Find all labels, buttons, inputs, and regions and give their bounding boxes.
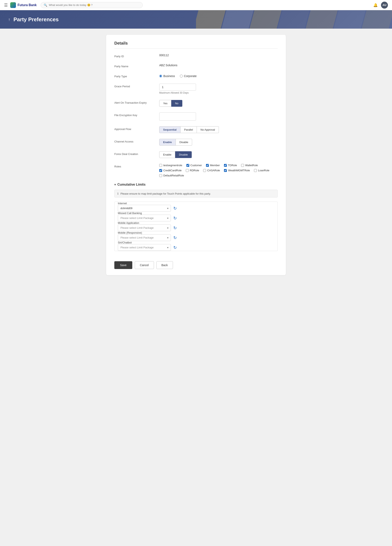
role-checkbox-casarole[interactable] [203, 169, 206, 172]
channel-disable-button[interactable]: Disable [176, 139, 192, 146]
limit-row-label: Mobile Application [118, 221, 159, 224]
radio-corporate[interactable]: Corporate [180, 74, 197, 78]
limit-row-select: Please select Limit Package▼↻ [118, 215, 274, 221]
role-label-loanrole: LoanRole [258, 169, 270, 172]
approval-flow-label: Approval Flow [114, 126, 159, 131]
refresh-icon[interactable]: ↻ [172, 205, 178, 212]
limit-row: Siri/ChatbotPlease select Limit Package▼… [118, 241, 274, 251]
details-card: Details Party ID 000112 Party Name ABZ S… [106, 35, 286, 275]
refresh-icon[interactable]: ↻ [172, 234, 178, 241]
file-encryption-input[interactable] [159, 112, 196, 121]
limit-package-select[interactable]: Please select Limit Package [118, 234, 171, 241]
alert-expiry-no-button[interactable]: No [171, 100, 182, 107]
limit-container[interactable]: Internetdclimitd09▼↻Missed Call BankingP… [114, 202, 278, 251]
role-item-member[interactable]: Member [206, 164, 220, 167]
collapse-icon[interactable]: ▾ [114, 183, 116, 186]
radio-business-input[interactable] [159, 75, 162, 78]
limit-row: Mobile (Responsive)Please select Limit P… [118, 231, 274, 241]
role-item-loanrole[interactable]: LoanRole [254, 169, 270, 172]
logo-icon [10, 2, 16, 8]
page-title: Party Preferences [13, 16, 59, 23]
limit-package-select[interactable]: Please select Limit Package [118, 215, 171, 221]
role-item-tdrole[interactable]: TDRole [224, 164, 237, 167]
role-item-rdrole[interactable]: RDRole [186, 169, 199, 172]
section-title-details: Details [114, 41, 278, 49]
limit-row: Mobile ApplicationPlease select Limit Pa… [118, 221, 274, 231]
approval-flow-btn-group: Sequential Parallel No Approval [159, 126, 278, 133]
role-label-casarole: CASARole [207, 169, 220, 172]
role-checkbox-defaultretailrole[interactable] [159, 174, 162, 177]
approval-flow-row: Approval Flow Sequential Parallel No App… [114, 126, 278, 133]
role-item-customer[interactable]: Customer [186, 164, 202, 167]
avatar[interactable]: AU [381, 2, 388, 9]
radio-business-label: Business [163, 74, 175, 78]
limit-row-select: Please select Limit Package▼↻ [118, 234, 274, 241]
role-checkbox-loanrole[interactable] [254, 169, 257, 172]
forex-enable-button[interactable]: Enable [159, 151, 175, 158]
role-checkbox-member[interactable] [206, 164, 209, 167]
channel-access-row: Channel Access Enable Disable [114, 139, 278, 146]
page-header: ↑ Party Preferences [0, 10, 392, 29]
navbar-right: 🔔 AU [373, 2, 388, 9]
approval-parallel-button[interactable]: Parallel [180, 126, 197, 133]
role-item-walletrole[interactable]: WalletRole [241, 164, 258, 167]
party-id-row: Party ID 000112 [114, 53, 278, 58]
party-type-row: Party Type Business Corporate [114, 74, 278, 78]
refresh-icon[interactable]: ↻ [172, 225, 178, 231]
limit-row: Missed Call BankingPlease select Limit P… [118, 212, 274, 221]
radio-business[interactable]: Business [159, 74, 175, 78]
role-item-defaultretailrole[interactable]: DefaultRetailRole [159, 174, 184, 177]
limit-package-select[interactable]: Please select Limit Package [118, 224, 171, 231]
role-item-creditcardrole[interactable]: CreditCardRole [159, 169, 182, 172]
role-item-testsegmentrole[interactable]: testsegmentrole [159, 164, 182, 167]
grace-period-input[interactable] [159, 84, 196, 91]
alert-expiry-yes-button[interactable]: Yes [159, 100, 171, 107]
info-icon: ℹ [117, 192, 118, 195]
role-label-member: Member [210, 164, 220, 167]
role-checkbox-testsegmentrole[interactable] [159, 164, 162, 167]
role-label-rdrole: RDRole [190, 169, 199, 172]
limit-row-label: Mobile (Responsive) [118, 231, 159, 234]
role-checkbox-customer[interactable] [186, 164, 189, 167]
limit-row-label: Internet [118, 202, 159, 205]
channel-access-label: Channel Access [114, 139, 159, 143]
alert-expiry-row: Alert On Transaction Expiry Yes No [114, 100, 278, 107]
refresh-icon[interactable]: ↻ [172, 215, 178, 221]
role-item-wealthmgmtrole[interactable]: WealthMGMTRole [224, 169, 250, 172]
brand-name: Futura Bank [18, 3, 37, 7]
back-button[interactable]: Back [156, 261, 173, 269]
party-name-label: Party Name [114, 64, 159, 68]
role-checkbox-rdrole[interactable] [186, 169, 189, 172]
role-checkbox-walletrole[interactable] [241, 164, 244, 167]
info-bar: ℹ Please ensure to map limit package for… [114, 190, 278, 197]
cancel-button[interactable]: Cancel [135, 261, 154, 269]
role-checkbox-tdrole[interactable] [224, 164, 227, 167]
approval-sequential-button[interactable]: Sequential [159, 126, 180, 133]
hamburger-icon[interactable]: ☰ [4, 3, 8, 7]
radio-corporate-input[interactable] [180, 75, 183, 78]
limit-row-label: Siri/Chatbot [118, 241, 159, 244]
channel-enable-button[interactable]: Enable [159, 139, 176, 146]
grace-period-label: Grace Period [114, 84, 159, 88]
party-type-label: Party Type [114, 74, 159, 78]
approval-no-approval-button[interactable]: No Approval [197, 126, 219, 133]
search-bar[interactable]: 🔍 [41, 2, 143, 8]
role-checkbox-wealthmgmtrole[interactable] [224, 169, 227, 172]
role-item-casarole[interactable]: CASARole [203, 169, 220, 172]
role-label-testsegmentrole: testsegmentrole [163, 164, 182, 167]
limit-package-select[interactable]: Please select Limit Package [118, 244, 171, 251]
notification-bell-icon[interactable]: 🔔 [373, 3, 378, 7]
file-encryption-label: File Encryption Key [114, 112, 159, 117]
cumulative-limits-header: ▾ Cumulative Limits [114, 183, 278, 186]
role-checkbox-creditcardrole[interactable] [159, 169, 162, 172]
search-input[interactable] [49, 3, 140, 6]
save-button[interactable]: Save [114, 261, 132, 269]
party-id-value: 000112 [159, 52, 169, 57]
refresh-icon[interactable]: ↻ [172, 244, 178, 251]
limit-row: Internetdclimitd09▼↻ [118, 202, 274, 212]
back-arrow-icon[interactable]: ↑ [8, 17, 10, 22]
limit-package-select[interactable]: dclimitd09 [118, 205, 171, 212]
party-type-radio-group: Business Corporate [159, 74, 278, 78]
forex-disable-button[interactable]: Disable [175, 151, 191, 158]
party-id-label: Party ID [114, 53, 159, 58]
